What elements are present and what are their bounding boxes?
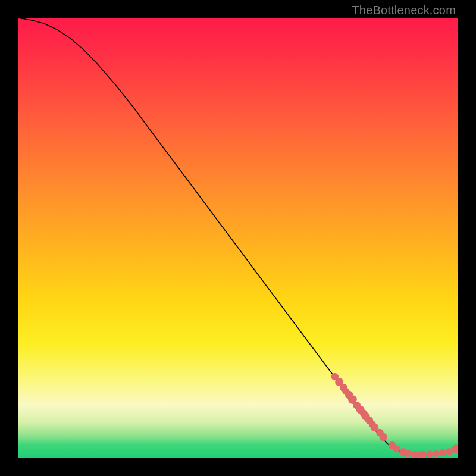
plot-area: [18, 18, 458, 458]
watermark-text: TheBottleneck.com: [352, 4, 456, 17]
chart-stage: TheBottleneck.com: [0, 0, 476, 476]
scatter-point: [426, 450, 433, 458]
scatter-point: [380, 433, 387, 441]
curve-line: [18, 18, 458, 455]
scatter-point: [446, 448, 453, 455]
chart-svg: [18, 18, 458, 458]
scatter-point: [404, 450, 411, 457]
scatter-point: [433, 450, 439, 457]
scatter-group: [331, 373, 458, 458]
scatter-point: [439, 449, 446, 456]
scatter-point: [393, 446, 400, 453]
scatter-point: [419, 451, 427, 458]
